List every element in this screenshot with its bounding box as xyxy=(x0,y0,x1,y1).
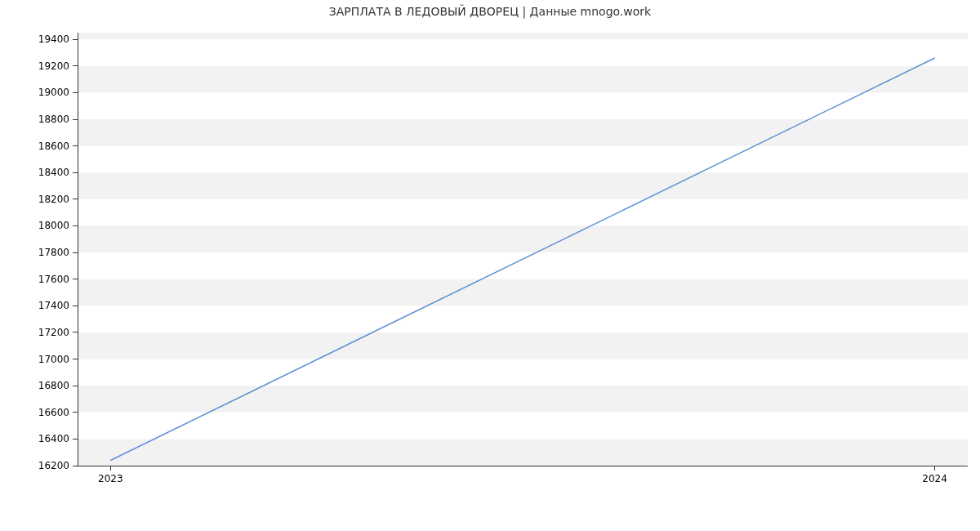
y-tick-label: 17400 xyxy=(38,300,69,311)
x-tick-label: 2023 xyxy=(98,473,123,484)
y-tick-label: 19400 xyxy=(38,33,69,45)
grid-band xyxy=(78,172,968,199)
chart-container: ЗАРПЛАТА В ЛЕДОВЫЙ ДВОРЕЦ | Данные mnogo… xyxy=(0,0,980,531)
y-tick-label: 17000 xyxy=(38,354,69,365)
y-tick-label: 18200 xyxy=(38,194,69,205)
y-tick-label: 16400 xyxy=(38,433,69,444)
grid-band xyxy=(78,332,968,359)
grid-band xyxy=(78,119,968,146)
y-tick-label: 19200 xyxy=(38,60,69,72)
grid-band xyxy=(78,279,968,306)
y-tick-label: 16200 xyxy=(38,460,69,471)
grid-band xyxy=(78,386,968,413)
y-tick-label: 17200 xyxy=(38,327,69,338)
y-tick-label: 18600 xyxy=(38,141,69,152)
y-tick-label: 17800 xyxy=(38,247,69,258)
x-tick-label: 2024 xyxy=(922,473,947,484)
grid-band xyxy=(78,225,968,252)
y-tick-label: 16600 xyxy=(38,407,69,418)
y-tick-label: 18800 xyxy=(38,114,69,125)
y-tick-label: 18400 xyxy=(38,167,69,178)
y-tick-label: 17600 xyxy=(38,274,69,285)
y-tick-label: 18000 xyxy=(38,220,69,231)
grid-band xyxy=(78,439,968,466)
chart-svg: 1620016400166001680017000172001740017600… xyxy=(0,0,980,531)
grid-band xyxy=(78,66,968,93)
y-tick-label: 16800 xyxy=(38,380,69,391)
grid-band xyxy=(78,33,968,39)
y-tick-label: 19000 xyxy=(38,87,69,98)
